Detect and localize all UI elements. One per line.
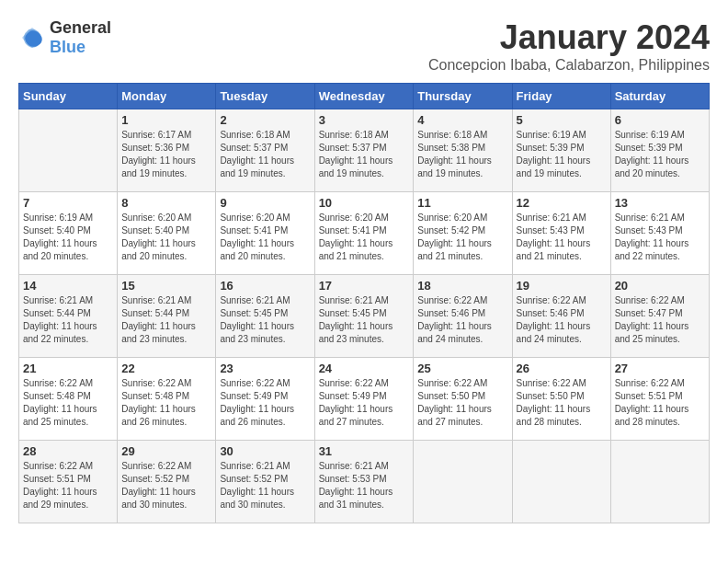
calendar-cell <box>19 109 118 192</box>
day-number: 9 <box>220 196 310 210</box>
logo-icon <box>18 24 46 52</box>
calendar-cell: 5Sunrise: 6:19 AM Sunset: 5:39 PM Daylig… <box>512 109 610 192</box>
week-row-0: 1Sunrise: 6:17 AM Sunset: 5:36 PM Daylig… <box>19 109 710 192</box>
day-number: 25 <box>417 362 507 375</box>
day-info: Sunrise: 6:21 AM Sunset: 5:45 PM Dayligh… <box>220 294 310 346</box>
day-info: Sunrise: 6:22 AM Sunset: 5:47 PM Dayligh… <box>615 294 705 346</box>
day-number: 18 <box>417 279 507 293</box>
calendar-cell: 2Sunrise: 6:18 AM Sunset: 5:37 PM Daylig… <box>216 109 314 192</box>
day-number: 28 <box>23 444 113 458</box>
calendar-cell: 31Sunrise: 6:21 AM Sunset: 5:53 PM Dayli… <box>314 441 414 523</box>
day-number: 21 <box>23 362 113 375</box>
day-info: Sunrise: 6:19 AM Sunset: 5:39 PM Dayligh… <box>517 129 607 180</box>
month-title: January 2024 <box>428 18 710 57</box>
header-wednesday: Wednesday <box>314 84 414 109</box>
calendar-cell: 28Sunrise: 6:22 AM Sunset: 5:51 PM Dayli… <box>19 441 118 523</box>
calendar-cell <box>512 441 610 523</box>
day-info: Sunrise: 6:18 AM Sunset: 5:37 PM Dayligh… <box>319 129 410 180</box>
logo-general: General <box>50 18 111 37</box>
day-number: 11 <box>417 196 507 210</box>
header-thursday: Thursday <box>414 84 512 109</box>
day-info: Sunrise: 6:20 AM Sunset: 5:41 PM Dayligh… <box>319 212 410 263</box>
day-info: Sunrise: 6:21 AM Sunset: 5:43 PM Dayligh… <box>615 212 705 263</box>
calendar-cell: 17Sunrise: 6:21 AM Sunset: 5:45 PM Dayli… <box>314 275 414 358</box>
calendar-cell: 1Sunrise: 6:17 AM Sunset: 5:36 PM Daylig… <box>118 109 216 192</box>
day-number: 24 <box>319 362 410 375</box>
calendar-cell: 24Sunrise: 6:22 AM Sunset: 5:49 PM Dayli… <box>314 358 414 441</box>
calendar-body: 1Sunrise: 6:17 AM Sunset: 5:36 PM Daylig… <box>19 109 710 523</box>
header-monday: Monday <box>118 84 216 109</box>
header-row: SundayMondayTuesdayWednesdayThursdayFrid… <box>19 84 710 109</box>
day-number: 27 <box>615 362 705 375</box>
day-number: 13 <box>615 196 705 210</box>
day-number: 19 <box>517 279 607 293</box>
day-number: 6 <box>615 113 705 127</box>
calendar-cell: 8Sunrise: 6:20 AM Sunset: 5:40 PM Daylig… <box>118 192 216 275</box>
calendar-cell: 9Sunrise: 6:20 AM Sunset: 5:41 PM Daylig… <box>216 192 314 275</box>
logo-blue: Blue <box>50 38 85 56</box>
calendar-header: SundayMondayTuesdayWednesdayThursdayFrid… <box>19 84 710 109</box>
header-saturday: Saturday <box>610 84 709 109</box>
day-info: Sunrise: 6:22 AM Sunset: 5:50 PM Dayligh… <box>517 377 607 429</box>
calendar-cell: 15Sunrise: 6:21 AM Sunset: 5:44 PM Dayli… <box>118 275 216 358</box>
calendar-cell: 26Sunrise: 6:22 AM Sunset: 5:50 PM Dayli… <box>512 358 610 441</box>
calendar-cell: 29Sunrise: 6:22 AM Sunset: 5:52 PM Dayli… <box>118 441 216 523</box>
header-friday: Friday <box>512 84 610 109</box>
day-info: Sunrise: 6:19 AM Sunset: 5:40 PM Dayligh… <box>23 212 113 263</box>
day-number: 17 <box>319 279 410 293</box>
calendar-cell: 16Sunrise: 6:21 AM Sunset: 5:45 PM Dayli… <box>216 275 314 358</box>
day-info: Sunrise: 6:21 AM Sunset: 5:44 PM Dayligh… <box>121 294 211 346</box>
week-row-3: 21Sunrise: 6:22 AM Sunset: 5:48 PM Dayli… <box>19 358 710 441</box>
day-number: 5 <box>517 113 607 127</box>
calendar-cell: 21Sunrise: 6:22 AM Sunset: 5:48 PM Dayli… <box>19 358 118 441</box>
calendar-cell: 19Sunrise: 6:22 AM Sunset: 5:46 PM Dayli… <box>512 275 610 358</box>
calendar-cell: 7Sunrise: 6:19 AM Sunset: 5:40 PM Daylig… <box>19 192 118 275</box>
calendar-cell: 20Sunrise: 6:22 AM Sunset: 5:47 PM Dayli… <box>610 275 709 358</box>
day-info: Sunrise: 6:22 AM Sunset: 5:51 PM Dayligh… <box>615 377 705 429</box>
day-info: Sunrise: 6:21 AM Sunset: 5:45 PM Dayligh… <box>319 294 410 346</box>
day-number: 1 <box>121 113 211 127</box>
calendar-cell: 25Sunrise: 6:22 AM Sunset: 5:50 PM Dayli… <box>414 358 512 441</box>
day-info: Sunrise: 6:22 AM Sunset: 5:49 PM Dayligh… <box>319 377 410 429</box>
day-info: Sunrise: 6:22 AM Sunset: 5:46 PM Dayligh… <box>517 294 607 346</box>
calendar-cell: 27Sunrise: 6:22 AM Sunset: 5:51 PM Dayli… <box>610 358 709 441</box>
day-number: 16 <box>220 279 310 293</box>
header-sunday: Sunday <box>19 84 118 109</box>
calendar-cell: 6Sunrise: 6:19 AM Sunset: 5:39 PM Daylig… <box>610 109 709 192</box>
day-info: Sunrise: 6:21 AM Sunset: 5:43 PM Dayligh… <box>517 212 607 263</box>
day-info: Sunrise: 6:20 AM Sunset: 5:40 PM Dayligh… <box>121 212 211 263</box>
logo-text: General Blue <box>50 18 111 57</box>
calendar-cell: 23Sunrise: 6:22 AM Sunset: 5:49 PM Dayli… <box>216 358 314 441</box>
week-row-2: 14Sunrise: 6:21 AM Sunset: 5:44 PM Dayli… <box>19 275 710 358</box>
day-number: 8 <box>121 196 211 210</box>
day-info: Sunrise: 6:17 AM Sunset: 5:36 PM Dayligh… <box>121 129 211 180</box>
day-number: 3 <box>319 113 410 127</box>
calendar-cell: 11Sunrise: 6:20 AM Sunset: 5:42 PM Dayli… <box>414 192 512 275</box>
day-info: Sunrise: 6:18 AM Sunset: 5:38 PM Dayligh… <box>417 129 507 180</box>
day-info: Sunrise: 6:22 AM Sunset: 5:48 PM Dayligh… <box>23 377 113 429</box>
day-number: 4 <box>417 113 507 127</box>
day-number: 26 <box>517 362 607 375</box>
day-info: Sunrise: 6:18 AM Sunset: 5:37 PM Dayligh… <box>220 129 310 180</box>
day-info: Sunrise: 6:21 AM Sunset: 5:44 PM Dayligh… <box>23 294 113 346</box>
day-number: 10 <box>319 196 410 210</box>
day-info: Sunrise: 6:21 AM Sunset: 5:52 PM Dayligh… <box>220 460 310 511</box>
day-number: 12 <box>517 196 607 210</box>
day-number: 14 <box>23 279 113 293</box>
calendar-cell <box>610 441 709 523</box>
day-number: 30 <box>220 444 310 458</box>
day-info: Sunrise: 6:22 AM Sunset: 5:50 PM Dayligh… <box>417 377 507 429</box>
day-info: Sunrise: 6:22 AM Sunset: 5:49 PM Dayligh… <box>220 377 310 429</box>
logo: General Blue <box>18 18 111 57</box>
day-number: 20 <box>615 279 705 293</box>
week-row-1: 7Sunrise: 6:19 AM Sunset: 5:40 PM Daylig… <box>19 192 710 275</box>
calendar-cell: 22Sunrise: 6:22 AM Sunset: 5:48 PM Dayli… <box>118 358 216 441</box>
day-info: Sunrise: 6:20 AM Sunset: 5:41 PM Dayligh… <box>220 212 310 263</box>
day-number: 29 <box>121 444 211 458</box>
calendar-cell: 12Sunrise: 6:21 AM Sunset: 5:43 PM Dayli… <box>512 192 610 275</box>
calendar-table: SundayMondayTuesdayWednesdayThursdayFrid… <box>18 83 710 523</box>
day-info: Sunrise: 6:22 AM Sunset: 5:48 PM Dayligh… <box>121 377 211 429</box>
calendar-cell: 10Sunrise: 6:20 AM Sunset: 5:41 PM Dayli… <box>314 192 414 275</box>
page-header: General Blue January 2024 Concepcion Iba… <box>18 18 710 74</box>
day-number: 23 <box>220 362 310 375</box>
